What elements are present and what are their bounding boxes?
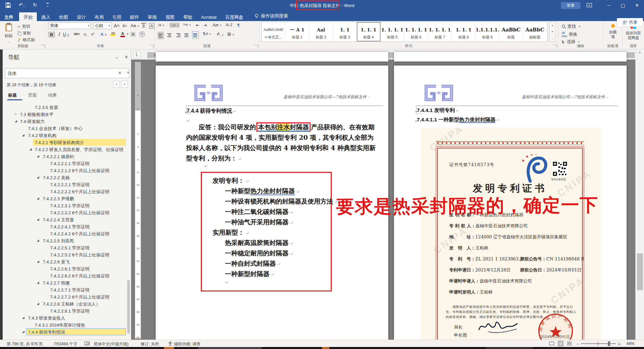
underline-button[interactable]: U▾ (63, 32, 69, 37)
nav-item[interactable]: ◢7.4.2.2.8 王柏林（企业法人） (3, 300, 131, 307)
nav-item[interactable]: 7.4.1 企业技术（研发）中心 (3, 125, 131, 132)
nav-item[interactable]: ◢7.4.2 研发机构 (3, 132, 131, 139)
font-size-combo[interactable]: 小四▾ (93, 22, 112, 29)
language-indicator[interactable]: 简体中文(中国大陆) (94, 341, 129, 347)
nav-item[interactable]: 7.4.2.2.1.2 6个月以上社保证明 (3, 167, 131, 174)
numbering-icon[interactable]: ¹₂≡▾ (170, 23, 179, 27)
page-indicator[interactable]: 第 796 页, 共 976 页 (7, 341, 43, 347)
nav-item[interactable]: ◢7.4.2.2.5 刘喜民 (3, 237, 131, 244)
nav-item[interactable]: 7.4.2.2.8.1 学历证明 (3, 307, 131, 314)
accessibility-status[interactable]: 辅助功能: 调查 (174, 341, 200, 347)
track-changes-indicator[interactable]: 修订: 关闭 (141, 341, 159, 347)
style-item-标题 9[interactable]: 1.1.1.1.1.1标题 9 (476, 22, 499, 41)
bold-button[interactable]: B (48, 32, 55, 37)
align-center-icon[interactable] (166, 32, 172, 38)
show-marks-icon[interactable]: ¶ (237, 23, 240, 28)
nav-item[interactable]: 7.4.2.2.2.2 6个月以上社保证明 (3, 188, 131, 195)
distribute-icon[interactable] (192, 32, 198, 38)
nav-item[interactable]: ◢7.4.2.2.4 王世显 (3, 216, 131, 223)
tab-file[interactable]: 文件 (0, 12, 18, 22)
nav-item[interactable]: 7.4.2.2.5.2 6个月以上社保证明 (3, 251, 131, 258)
minimize-button[interactable]: ─ (602, 0, 616, 11)
previous-result-button[interactable]: ∧ (113, 81, 120, 88)
borders-icon[interactable]: ⊞▾ (227, 31, 234, 37)
collapse-arrow-icon[interactable]: ◢ (37, 239, 39, 242)
nav-item[interactable]: ▷7.3 检验检测水平 (3, 111, 131, 118)
collapse-arrow-icon[interactable]: ◢ (37, 260, 39, 263)
subscript-icon[interactable]: x₂ (84, 32, 87, 36)
tab-视图[interactable]: 视图 (161, 12, 179, 22)
format-painter-button[interactable]: 格式刷 (17, 37, 35, 43)
multilevel-list-icon[interactable]: ¹ᵃ≡▾ (183, 23, 191, 27)
ribbon-display-options-icon[interactable] (586, 3, 592, 9)
italic-button[interactable]: I (56, 32, 62, 37)
tab-Acrobat[interactable]: Acrobat (196, 12, 221, 22)
nav-item[interactable]: 7.4.2.2.6.2 6个月以上社保证明 (3, 272, 131, 279)
font-name-combo[interactable]: 宋体▾ (48, 22, 91, 29)
style-gallery-scroll[interactable]: ▴▾⌄ (549, 22, 555, 42)
style-item-标题 6[interactable]: 1. 1. 1. 1标题 6 (404, 22, 428, 41)
nav-item[interactable]: 7.4.2.2.7.2 6个月以上社保证明 (3, 293, 131, 300)
nav-item[interactable]: ◢7.4.4 获得专利情况 (3, 328, 131, 335)
zoom-out-button[interactable]: − (576, 341, 579, 347)
share-button[interactable]: 共享 (617, 18, 643, 27)
tab-布局[interactable]: 布局 (90, 12, 108, 22)
change-case-icon[interactable]: Aa▾ (131, 23, 139, 28)
collapse-arrow-icon[interactable]: ◢ (37, 218, 39, 221)
replace-button[interactable]: ab⇄ac替换 (562, 31, 577, 38)
style-item-↵本文正...[interactable]: AaBbCcDdE↵本文正... (262, 22, 286, 41)
nav-item[interactable]: 7.2.3.5 发票 (3, 104, 131, 111)
maximize-button[interactable]: ▢ (616, 0, 630, 11)
bullets-icon[interactable]: ⁝≡▾ (158, 23, 164, 27)
nav-item[interactable]: ◢7.4.3 研发资金投入 (3, 314, 131, 321)
cut-button[interactable]: ✂剪切 (17, 24, 30, 29)
nav-item[interactable]: 7.4.2.2.2.1 学历证明 (3, 181, 131, 188)
sort-icon[interactable]: A↓Z (226, 23, 233, 27)
style-item-标题 1[interactable]: 一 A 1标题 1 (286, 22, 309, 41)
styles-dialog-launcher[interactable] (553, 45, 557, 48)
collapse-arrow-icon[interactable]: ◢ (37, 281, 39, 284)
read-mode-icon[interactable] (549, 341, 554, 347)
asian-layout-icon[interactable]: A⇄▾ (213, 23, 222, 27)
clear-search-icon[interactable]: ✕ (118, 71, 122, 75)
nav-item[interactable]: ◢7.4.2.2.1 姚基钧 (3, 153, 131, 160)
zoom-in-button[interactable]: + (618, 341, 621, 347)
nav-search-box[interactable]: 注水 ✕ ▾ (5, 68, 129, 78)
nav-item[interactable]: ◢7.4.2.2.3 尹维鹏 (3, 195, 131, 202)
nav-item[interactable]: 7.4.2.2.1.1 学历证明 (3, 160, 131, 167)
shrink-font-icon[interactable]: A˅ (123, 24, 127, 28)
tab-开始[interactable]: 开始 (19, 12, 37, 22)
font-dialog-launcher[interactable] (150, 45, 154, 48)
close-button[interactable]: ✕ (630, 0, 644, 11)
highlight-color-icon[interactable]: ab (110, 31, 116, 36)
superscript-icon[interactable]: x² (91, 32, 94, 36)
shading-icon[interactable]: ▾ (216, 31, 224, 37)
justify-icon[interactable] (184, 32, 190, 38)
strikethrough-icon[interactable]: abc (74, 32, 80, 36)
line-spacing-icon[interactable]: ⇅≡▾ (203, 31, 211, 36)
decrease-indent-icon[interactable]: ⇤ (196, 23, 199, 28)
nav-tab-headings[interactable]: 标题 (8, 92, 17, 98)
zoom-slider-thumb[interactable] (608, 341, 610, 346)
align-right-icon[interactable] (175, 32, 181, 38)
style-item-标题 5[interactable]: 1. 1. 1. 1标题 5 (381, 22, 404, 41)
search-options-icon[interactable]: ▾ (125, 71, 129, 74)
nav-item[interactable]: ◢7.4.2.2.6 裴飞 (3, 258, 131, 265)
nav-item[interactable]: 7.4.2.2.3.2 6个月以上社保证明 (3, 209, 131, 216)
nav-item[interactable]: 7.4.3.1 2024年度审计报告 (3, 321, 131, 328)
font-color-icon[interactable]: A▾ (120, 31, 125, 37)
find-button[interactable]: 查找▾ (562, 23, 580, 29)
vertical-ruler[interactable]: 42246810121416182022242628303234 (135, 62, 141, 339)
zoom-slider-track[interactable] (581, 343, 616, 344)
document-scrollbar[interactable]: ▲ (635, 49, 644, 340)
style-item-标题 2[interactable]: Aal标题 2 (309, 22, 333, 41)
tab-引用[interactable]: 引用 (108, 12, 126, 22)
collapse-arrow-icon[interactable]: ◢ (22, 330, 24, 333)
tab-百度网盘[interactable]: 百度网盘 (221, 12, 248, 22)
increase-indent-icon[interactable]: ⇥ (203, 23, 207, 28)
tab-邮件[interactable]: 邮件 (126, 12, 143, 22)
nav-item[interactable]: 7.4.2.2.4.2 6个月以上社保证明 (3, 230, 131, 237)
next-result-button[interactable]: ∨ (121, 81, 128, 88)
enclose-characters-icon[interactable]: 字 (139, 31, 145, 37)
collapse-arrow-icon[interactable]: ◢ (22, 133, 24, 137)
